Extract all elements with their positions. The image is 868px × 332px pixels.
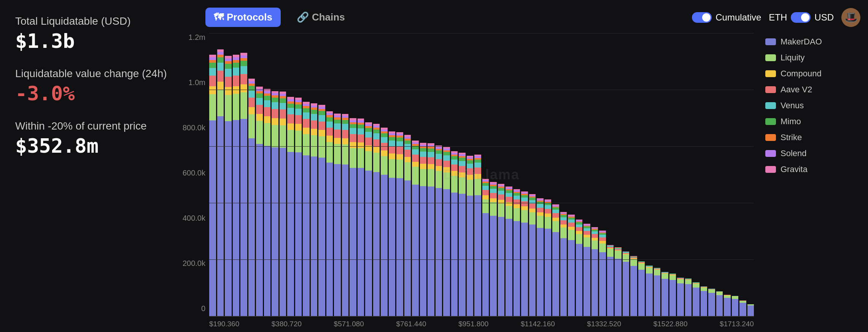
bar-segment — [506, 206, 512, 219]
bar-segment — [389, 146, 396, 153]
bar-segment — [240, 55, 247, 58]
bar-stack — [552, 204, 559, 316]
bar-stack — [209, 55, 216, 316]
bar-segment — [436, 166, 442, 171]
bar-segment — [739, 303, 746, 316]
bar-segment — [576, 231, 583, 234]
tab-protocols[interactable]: 🗺 Protocols — [205, 8, 281, 27]
bar-stack — [537, 198, 544, 316]
bar-segment — [240, 66, 247, 74]
x-axis: $190.360$380.720$571.080$761.440$951.800… — [209, 317, 754, 328]
bar-segment — [342, 130, 349, 138]
bar-stack — [529, 194, 536, 316]
bar-segment — [287, 123, 294, 130]
bar-stack — [560, 212, 567, 316]
bar-segment — [303, 119, 310, 128]
total-value: $1.3b — [15, 30, 167, 52]
cumulative-toggle[interactable] — [692, 12, 712, 23]
bar-segment — [280, 148, 286, 316]
bar-stack — [459, 153, 466, 316]
x-axis-label: $1522.880 — [653, 320, 688, 328]
bar-stack — [420, 143, 427, 316]
bar-segment — [350, 168, 356, 316]
bar-segment — [459, 161, 466, 166]
bar-segment — [576, 224, 583, 228]
bar-segment — [350, 148, 356, 168]
bar-segment — [467, 196, 474, 316]
bar-segment — [225, 69, 232, 77]
change-label: Liquidatable value change (24h) — [15, 68, 167, 80]
bar-segment — [607, 257, 614, 316]
bar-segment — [396, 154, 403, 160]
bar-segment — [334, 130, 341, 138]
bar-segment — [248, 114, 255, 138]
bar-segment — [350, 124, 356, 128]
bar-segment — [701, 291, 707, 316]
legend-item: Mimo — [765, 117, 860, 126]
bar-segment — [482, 213, 489, 316]
bar-segment — [685, 284, 692, 316]
bar-segment — [280, 109, 286, 119]
bar-segment — [513, 208, 520, 221]
bar-segment — [583, 231, 590, 235]
eth-usd-toggle[interactable] — [791, 12, 811, 23]
bar-segment — [318, 122, 325, 130]
bar-segment — [326, 117, 333, 122]
bar-segment — [568, 227, 575, 230]
bar-segment — [272, 125, 278, 147]
bar-segment — [638, 264, 645, 270]
bar-segment — [428, 152, 434, 157]
bar-stack — [630, 256, 637, 316]
bar-segment — [318, 136, 325, 158]
bar-segment — [428, 157, 434, 164]
bar-segment — [209, 76, 216, 86]
bar-segment — [225, 77, 232, 87]
bar-segment — [381, 150, 388, 156]
chains-icon: 🔗 — [297, 11, 309, 23]
bar-stack — [451, 151, 458, 316]
bar-segment — [661, 279, 668, 316]
bar-segment — [646, 274, 653, 316]
legend-label: Venus — [781, 101, 804, 111]
tab-chains[interactable]: 🔗 Chains — [288, 8, 353, 27]
legend-item: Liquity — [765, 53, 860, 63]
bar-segment — [482, 186, 489, 190]
bar-segment — [256, 105, 263, 114]
bar-segment — [264, 146, 271, 316]
bar-stack — [303, 102, 310, 316]
eth-usd-knob — [801, 13, 809, 22]
bar-segment — [396, 147, 403, 154]
bar-segment — [209, 57, 216, 60]
bar-segment — [303, 134, 310, 156]
bar-stack — [716, 291, 723, 316]
bar-segment — [521, 223, 528, 316]
bar-segment — [599, 237, 606, 241]
bar-segment — [498, 200, 505, 204]
bar-segment — [295, 104, 302, 109]
bar-segment — [459, 158, 466, 161]
bar-segment — [256, 98, 263, 105]
bar-segment — [583, 237, 590, 247]
y-axis: 1.2m1.0m800.0k600.0k400.0k200.0k0 — [183, 33, 209, 328]
bar-segment — [560, 238, 567, 316]
bar-segment — [545, 209, 552, 213]
bar-segment — [576, 234, 583, 244]
bar-segment — [248, 138, 255, 316]
legend-label: Liquity — [781, 53, 805, 63]
bar-stack — [311, 103, 318, 316]
cumulative-knob — [702, 13, 711, 22]
bar-segment — [404, 144, 411, 149]
bar-stack — [701, 286, 707, 316]
bar-segment — [225, 121, 232, 316]
bar-segment — [233, 76, 240, 86]
bar-segment — [529, 204, 536, 209]
bar-segment — [404, 157, 411, 162]
bar-stack — [350, 118, 356, 316]
bar-segment — [287, 152, 294, 316]
bar-segment — [661, 274, 668, 278]
bar-segment — [498, 188, 505, 191]
chart-header: 🗺 Protocols 🔗 Chains Cumulative ETH USD … — [183, 8, 860, 27]
bar-stack — [240, 53, 247, 316]
legend-label: Aave V2 — [781, 85, 812, 95]
bar-segment — [240, 53, 247, 55]
